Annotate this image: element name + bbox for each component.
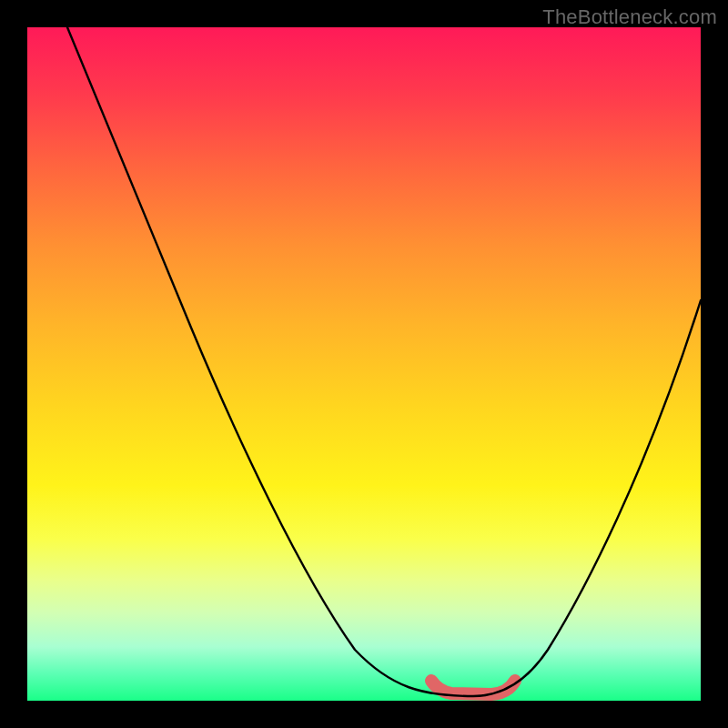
watermark-text: TheBottleneck.com	[542, 5, 717, 29]
bottleneck-plot	[27, 27, 701, 701]
optimal-range-highlight	[431, 681, 515, 694]
chart-frame	[27, 27, 701, 701]
bottleneck-curve-line	[67, 27, 701, 696]
